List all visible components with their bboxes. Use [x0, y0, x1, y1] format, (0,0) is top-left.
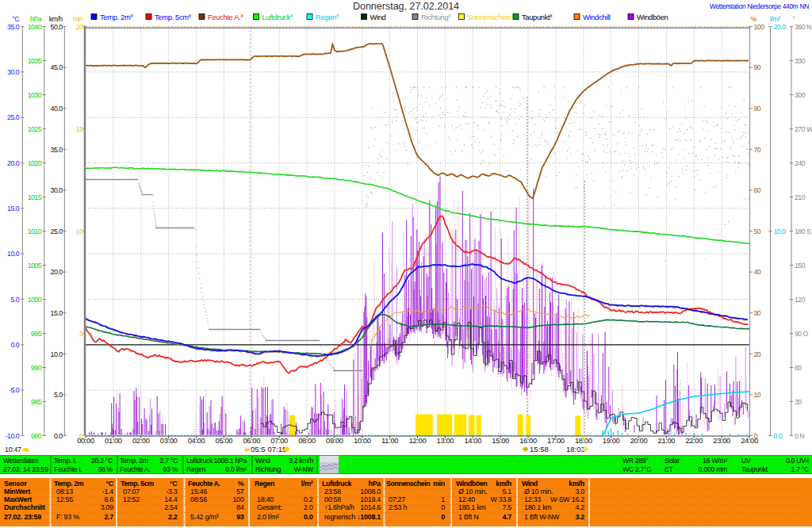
svg-text:5.0: 5.0 [10, 296, 19, 304]
svg-text:l/m²: l/m² [301, 480, 313, 488]
svg-text:1008.1 hPa: 1008.1 hPa [214, 457, 247, 465]
svg-text:0.0: 0.0 [54, 432, 63, 440]
svg-text:40: 40 [754, 268, 761, 276]
svg-text:7.5: 7.5 [502, 503, 511, 511]
svg-text:2:53 h: 2:53 h [389, 503, 407, 511]
svg-text:210: 210 [795, 193, 806, 201]
svg-text:360 N: 360 N [795, 23, 811, 31]
svg-text:1019.4: 1019.4 [360, 495, 381, 503]
svg-text:23:58: 23:58 [324, 488, 341, 495]
svg-text:km/h: km/h [49, 15, 63, 23]
svg-text:09:00: 09:00 [326, 436, 343, 445]
svg-text:2.2: 2.2 [168, 513, 178, 521]
svg-text:5.0: 5.0 [54, 391, 63, 399]
svg-text:0.2: 0.2 [304, 495, 313, 503]
svg-text:Taupunktx: Taupunktx [522, 13, 553, 21]
svg-text:Sensor: Sensor [4, 480, 27, 488]
svg-text:1 Bft N: 1 Bft N [458, 513, 478, 521]
svg-text:07:00: 07:00 [270, 436, 288, 445]
svg-text:20: 20 [754, 350, 761, 358]
svg-text:WC 2.7°C: WC 2.7°C [622, 465, 651, 473]
svg-text:hPa: hPa [368, 480, 381, 488]
svg-text:Taupunkt: Taupunkt [741, 465, 768, 473]
svg-text:270 W: 270 W [795, 125, 812, 133]
svg-text:%: % [238, 480, 244, 488]
svg-text:Regen: Regen [255, 480, 274, 488]
svg-text:15:58: 15:58 [530, 445, 549, 453]
svg-text:18:40: 18:40 [257, 495, 274, 503]
svg-text:5.42 g/m³: 5.42 g/m³ [190, 513, 219, 521]
svg-text:Wind: Wind [255, 457, 270, 465]
svg-text:hPa: hPa [30, 15, 42, 23]
svg-text:Donnerstag, 27.02.2014: Donnerstag, 27.02.2014 [353, 1, 459, 12]
svg-text:Feuchte A.: Feuchte A. [120, 465, 151, 473]
svg-text:50: 50 [754, 228, 761, 235]
svg-text:Solar: Solar [665, 457, 680, 465]
svg-text:-1.4: -1.4 [102, 488, 114, 495]
svg-text:10:47: 10:47 [5, 446, 21, 453]
svg-text:1030: 1030 [28, 91, 42, 99]
svg-text:Temp. 2mx: Temp. 2mx [100, 13, 133, 21]
svg-text:-10.0: -10.0 [6, 432, 20, 440]
svg-text:5.1: 5.1 [502, 488, 511, 495]
svg-text:1010: 1010 [28, 228, 42, 235]
svg-text:25.0: 25.0 [7, 113, 20, 121]
svg-text:980: 980 [31, 432, 42, 440]
svg-text:40.0: 40.0 [51, 105, 63, 113]
svg-text:45.0: 45.0 [51, 63, 63, 71]
svg-text:990: 990 [31, 364, 42, 372]
svg-text:Sonnenschein: Sonnenschein [386, 480, 430, 488]
svg-text:20.0: 20.0 [774, 23, 787, 31]
svg-text:regnerisch: regnerisch [324, 513, 355, 521]
svg-text:985: 985 [31, 398, 42, 406]
svg-text:%: % [751, 15, 757, 23]
svg-text:35.0: 35.0 [51, 146, 63, 154]
svg-text:3.0: 3.0 [575, 488, 584, 495]
svg-text:10.0: 10.0 [7, 250, 20, 258]
svg-text:17:00: 17:00 [547, 436, 565, 445]
svg-text:30: 30 [795, 398, 802, 406]
svg-text:1: 1 [441, 495, 445, 503]
svg-text:Temp. 5cmx: Temp. 5cmx [155, 13, 192, 21]
svg-text:05:00: 05:00 [216, 436, 233, 445]
svg-text:Luftdruckx: Luftdruckx [262, 13, 294, 21]
svg-text:90: 90 [754, 63, 761, 71]
svg-text:1015: 1015 [28, 193, 42, 201]
svg-text:0: 0 [441, 513, 445, 521]
svg-text:Temp. 2m: Temp. 2m [120, 457, 148, 465]
svg-text:5: 5 [79, 330, 83, 338]
svg-text:80: 80 [754, 105, 761, 113]
svg-text:Ø 10 min.: Ø 10 min. [524, 488, 553, 495]
svg-text:2.7 °C: 2.7 °C [160, 457, 178, 465]
svg-text:0: 0 [441, 503, 445, 511]
svg-text:Temp. I.: Temp. I. [54, 457, 77, 465]
svg-text:14:00: 14:00 [464, 436, 481, 445]
svg-text:15.0: 15.0 [7, 205, 20, 212]
svg-text:19:00: 19:00 [603, 436, 620, 445]
svg-text:20.0: 20.0 [51, 268, 63, 276]
svg-text:90 O: 90 O [795, 330, 809, 338]
svg-text:Feuchte A.x: Feuchte A.x [208, 13, 243, 21]
svg-text:0 N: 0 N [795, 432, 804, 440]
svg-text:Feuchte A.: Feuchte A. [188, 480, 220, 488]
svg-text:50.0: 50.0 [51, 23, 63, 31]
svg-text:15.0: 15.0 [51, 309, 63, 317]
svg-text:100: 100 [232, 495, 243, 503]
svg-text:Sonnenschein: Sonnenschein [468, 13, 511, 21]
svg-text:30: 30 [754, 309, 761, 317]
svg-text:12:00: 12:00 [409, 436, 427, 445]
svg-text:25.0: 25.0 [51, 228, 63, 235]
svg-text:15: 15 [76, 125, 83, 133]
svg-text:Richtung: Richtung [255, 465, 281, 473]
svg-text:Temp. 5cm: Temp. 5cm [121, 480, 154, 488]
svg-text:15:00: 15:00 [492, 436, 509, 445]
svg-text:24:00: 24:00 [741, 436, 758, 445]
svg-text:1035: 1035 [28, 57, 42, 65]
svg-text:06:00: 06:00 [243, 436, 260, 445]
svg-text:120: 120 [795, 296, 806, 304]
svg-text:2.7: 2.7 [104, 513, 113, 521]
svg-text:°C: °C [170, 480, 178, 488]
svg-text:12:33: 12:33 [524, 495, 541, 503]
svg-text:1040: 1040 [28, 23, 42, 31]
svg-text:93: 93 [236, 513, 244, 521]
